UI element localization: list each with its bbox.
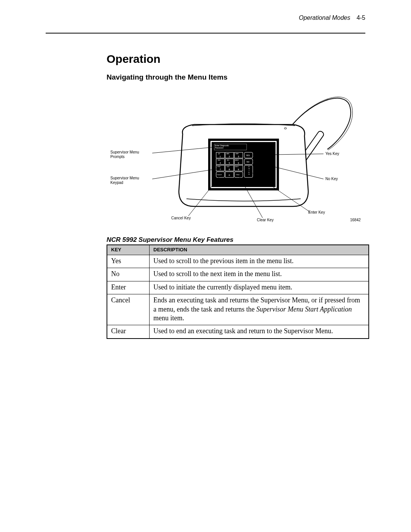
desc-cell: Used to scroll to the next item in the m… (150, 268, 369, 281)
label-clear: Clear Key (257, 218, 274, 222)
table-row: Yes Used to scroll to the previous item … (107, 255, 369, 268)
svg-text:Cancel: Cancel (217, 174, 222, 176)
key-cell: Clear (107, 325, 150, 339)
desc-cell: Used to end an executing task and return… (150, 325, 369, 339)
svg-text:YES: YES (246, 154, 250, 157)
svg-text:Password: Password (215, 147, 223, 149)
svg-text:ABC: ABC (226, 153, 229, 155)
section-heading: Operation (107, 53, 365, 66)
label-prompts: Supervisor MenuPrompts (110, 150, 152, 159)
svg-text:NO: NO (247, 161, 250, 163)
desc-cell: Ends an executing task and returns the S… (150, 294, 369, 325)
col-header-key: KEY (107, 245, 150, 255)
svg-text:QZ: QZ (218, 153, 220, 155)
svg-text:DEF: DEF (236, 153, 239, 155)
col-header-desc: DESCRIPTION (150, 245, 369, 255)
key-cell: Enter (107, 281, 150, 294)
device-figure: Enter Diagnostic Password (107, 85, 365, 229)
label-yes: Yes Key (325, 152, 339, 156)
label-enter: Enter Key (308, 210, 325, 215)
table-row: Cancel Ends an executing task and return… (107, 294, 369, 325)
svg-text:TUV: TUV (226, 166, 229, 168)
label-keypad: Supervisor MenuKeypad (110, 176, 152, 185)
svg-text:JKL: JKL (227, 159, 230, 161)
label-no: No Key (325, 177, 338, 181)
table-row: Enter Used to initiate the currently dis… (107, 281, 369, 294)
label-cancel: Cancel Key (171, 216, 191, 220)
svg-text:WXY: WXY (235, 166, 239, 168)
table-row: No Used to scroll to the next item in th… (107, 268, 369, 281)
table-row: Clear Used to end an executing task and … (107, 325, 369, 339)
figure-id: 16842 (350, 218, 361, 222)
desc-cell: Used to scroll to the previous item in t… (150, 255, 369, 268)
svg-text:MNO: MNO (235, 159, 239, 161)
chapter-title: Operational Modes (299, 14, 350, 21)
key-features-table: KEY DESCRIPTION Yes Used to scroll to th… (107, 244, 369, 339)
header-rule (46, 33, 365, 34)
svg-text:Clear: Clear (236, 174, 240, 176)
page-header: Operational Modes 4-5 (46, 14, 365, 21)
desc-cell: Used to initiate the currently displayed… (150, 281, 369, 294)
svg-text:PRS: PRS (217, 166, 221, 168)
key-cell: Yes (107, 255, 150, 268)
svg-text:R: R (249, 173, 250, 175)
page-number: 4-5 (357, 14, 365, 21)
subsection-heading: Navigating through the Menu Items (107, 73, 365, 81)
table-caption: NCR 5992 Supervisor Menu Key Features (107, 236, 365, 244)
key-cell: Cancel (107, 294, 150, 325)
svg-text:GHI: GHI (218, 159, 220, 161)
key-cell: No (107, 268, 150, 281)
